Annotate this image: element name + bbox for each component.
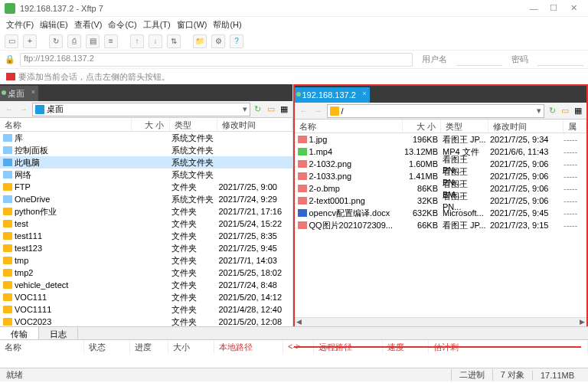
tool-refresh-icon[interactable]: ↻ — [49, 34, 63, 48]
status-objects: 7 对象 — [492, 369, 532, 381]
local-file-list[interactable]: 库系统文件夹控制面板系统文件夹此电脑系统文件夹网络系统文件夹FTP文件夹2021… — [0, 132, 292, 326]
titlebar: 192.168.137.2 - Xftp 7 — ☐ ✕ — [0, 0, 588, 17]
tool-print-icon[interactable]: ⎙ — [67, 34, 81, 48]
tab-transfer[interactable]: 传输 — [0, 327, 39, 339]
col-attr[interactable]: 属性 — [564, 119, 586, 133]
file-row[interactable]: test文件夹2021/5/24, 15:22 — [0, 218, 292, 230]
remote-navbar: ← → /▾ ↻ ▭ ▦ — [295, 103, 587, 119]
file-row[interactable]: 库系统文件夹 — [0, 132, 292, 144]
refresh-icon[interactable]: ↻ — [253, 104, 263, 115]
back-icon[interactable]: ← — [298, 105, 310, 117]
tool-open-icon[interactable]: + — [23, 34, 37, 48]
local-headers: 名称 大 小 类型 修改时间 — [0, 118, 292, 132]
window-title: 192.168.137.2 - Xftp 7 — [20, 4, 524, 13]
local-pane: 桌面× ← → 桌面▾ ↻ ▭ ▦ 名称 大 小 类型 修改时间 库系统文件夹控… — [0, 84, 293, 326]
username-input[interactable] — [456, 54, 502, 66]
status-ready: 就绪 — [6, 369, 23, 381]
url-input[interactable]: ftp://192.168.137.2 — [20, 53, 413, 67]
bottom-tabs: 传输 日志 — [0, 326, 588, 340]
menubar: 文件(F) 编辑(E) 查看(V) 命令(C) 工具(T) 窗口(W) 帮助(H… — [0, 17, 588, 32]
tool-transfer-icon[interactable]: ⇅ — [167, 34, 181, 48]
file-row[interactable]: 此电脑系统文件夹 — [0, 156, 292, 169]
file-row[interactable]: vehicle_detect文件夹2021/7/24, 8:48 — [0, 279, 292, 291]
tab-log[interactable]: 日志 — [39, 327, 78, 339]
file-row[interactable]: tmp2文件夹2021/5/25, 18:02 — [0, 267, 292, 279]
password-input[interactable] — [537, 54, 583, 66]
file-row[interactable]: test123文件夹2021/7/25, 9:45 — [0, 242, 292, 254]
status-bar: 就绪 二进制 7 对象 17.11MB — [0, 368, 588, 381]
username-label: 用户名 — [417, 54, 452, 65]
remote-scrollbar[interactable]: ◀▶ — [295, 317, 587, 326]
remote-headers: 名称 大 小 类型 修改时间 属性 — [295, 119, 587, 133]
col-type[interactable]: 类型 — [170, 118, 217, 131]
flag-icon — [6, 73, 15, 80]
remote-pane: 192.168.137.2× ← → /▾ ↻ ▭ ▦ 名称 大 小 类型 修改… — [293, 84, 589, 326]
col-name[interactable]: 名称 — [0, 118, 132, 131]
remote-file-list[interactable]: 1.jpg196KB看图王 JP...2021/7/25, 9:34-----1… — [295, 133, 587, 317]
col-date[interactable]: 修改时间 — [217, 118, 292, 131]
close-icon[interactable]: × — [363, 90, 367, 97]
file-row[interactable]: VOC2023文件夹2021/5/20, 12:08 — [0, 316, 292, 326]
remote-tab[interactable]: 192.168.137.2× — [295, 87, 370, 103]
file-row[interactable]: 2-text0001.png32KB看图王 PN...2021/7/25, 9:… — [295, 195, 587, 207]
tool-folder-icon[interactable]: 📁 — [193, 34, 207, 48]
view-icon[interactable]: ▦ — [279, 104, 289, 115]
menu-window[interactable]: 窗口(W) — [177, 19, 207, 31]
forward-icon[interactable]: → — [18, 103, 30, 116]
file-row[interactable]: tmp文件夹2021/7/1, 14:03 — [0, 254, 292, 267]
close-icon[interactable]: × — [31, 88, 35, 96]
col-size[interactable]: 大 小 — [132, 118, 170, 131]
file-row[interactable]: OneDrive系统文件夹2021/7/24, 9:29 — [0, 193, 292, 205]
col-type[interactable]: 类型 — [441, 119, 488, 133]
address-bar: 🔒 ftp://192.168.137.2 用户名 密码 — [0, 51, 588, 69]
local-navbar: ← → 桌面▾ ↻ ▭ ▦ — [0, 101, 292, 118]
view-icon[interactable]: ▦ — [573, 106, 583, 116]
file-row[interactable]: python作业文件夹2021/7/21, 17:16 — [0, 205, 292, 218]
file-row[interactable]: QQ图片2021072309...66KB看图王 JP...2021/7/23,… — [295, 219, 587, 231]
menu-command[interactable]: 命令(C) — [108, 19, 136, 31]
status-total: 17.11MB — [532, 371, 582, 380]
col-date[interactable]: 修改时间 — [488, 119, 564, 133]
menu-tools[interactable]: 工具(T) — [143, 19, 171, 31]
tool-download-icon[interactable]: ↓ — [149, 34, 162, 48]
minimize-button[interactable]: — — [524, 4, 544, 13]
lock-icon: 🔒 — [5, 54, 15, 64]
col-name[interactable]: 名称 — [295, 119, 403, 133]
menu-view[interactable]: 查看(V) — [74, 19, 103, 31]
menu-edit[interactable]: 编辑(E) — [40, 19, 68, 31]
col-size[interactable]: 大 小 — [403, 119, 441, 133]
status-binary: 二进制 — [451, 369, 492, 381]
tool-nav-icon[interactable]: ≡ — [104, 34, 118, 48]
toolbar: ▭ + ↻ ⎙ ▤ ≡ ↑ ↓ ⇅ 📁 ⚙ ? — [0, 32, 588, 51]
new-folder-icon[interactable]: ▭ — [266, 104, 276, 115]
local-path-input[interactable]: 桌面▾ — [32, 103, 250, 116]
file-row[interactable]: 1.jpg196KB看图王 JP...2021/7/25, 9:34----- — [295, 133, 587, 146]
menu-help[interactable]: 帮助(H) — [213, 19, 241, 31]
back-icon[interactable]: ← — [3, 103, 15, 116]
local-tab[interactable]: 桌面× — [0, 86, 38, 101]
hint-bar: 要添加当前会话，点击左侧的箭头按钮。 — [0, 69, 588, 84]
new-folder-icon[interactable]: ▭ — [560, 106, 570, 116]
password-label: 密码 — [507, 54, 533, 65]
tool-upload-icon[interactable]: ↑ — [130, 34, 144, 48]
file-row[interactable]: opencv配置编译.docx632KBMicrosoft...2021/7/2… — [295, 207, 587, 219]
file-row[interactable]: 控制面板系统文件夹 — [0, 144, 292, 156]
menu-file[interactable]: 文件(F) — [6, 19, 34, 31]
file-row[interactable]: test111文件夹2021/7/25, 8:35 — [0, 230, 292, 242]
file-row[interactable]: VOC1111文件夹2021/4/28, 12:40 — [0, 303, 292, 316]
tool-settings-icon[interactable]: ⚙ — [211, 34, 225, 48]
close-button[interactable]: ✕ — [564, 3, 583, 13]
transfer-list[interactable] — [0, 354, 588, 368]
remote-path-input[interactable]: /▾ — [327, 104, 545, 118]
forward-icon[interactable]: → — [312, 105, 325, 117]
file-row[interactable]: FTP文件夹2021/7/25, 9:00 — [0, 181, 292, 193]
tool-doc-icon[interactable]: ▤ — [86, 34, 100, 48]
maximize-button[interactable]: ☐ — [544, 3, 564, 13]
refresh-icon[interactable]: ↻ — [547, 106, 557, 116]
file-row[interactable]: 网络系统文件夹 — [0, 169, 292, 181]
remote-tabs: 192.168.137.2× — [295, 86, 587, 103]
app-icon — [5, 3, 15, 14]
tool-help-icon[interactable]: ? — [230, 34, 243, 48]
tool-new-icon[interactable]: ▭ — [5, 34, 18, 48]
file-row[interactable]: VOC111文件夹2021/5/20, 14:12 — [0, 291, 292, 303]
